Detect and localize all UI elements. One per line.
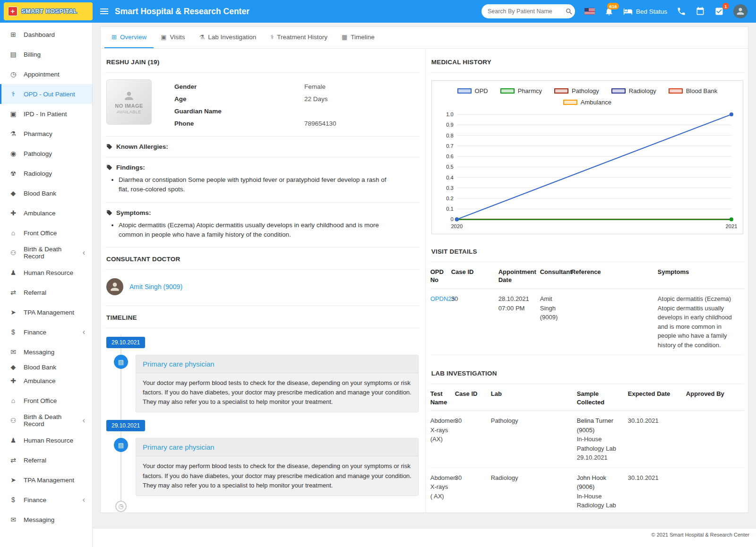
sidebar-item-label: Messaging <box>24 349 54 356</box>
sidebar-item-finance[interactable]: $ Finance ‹ <box>0 322 92 342</box>
timeline-card-title[interactable]: Primary care physician <box>136 355 418 373</box>
sidebar-item-label: Human Resource <box>24 269 73 276</box>
timeline-note-icon: ▤ <box>114 355 128 369</box>
user-avatar[interactable] <box>733 4 747 18</box>
patient-field-row: Guardian Name <box>174 105 419 117</box>
sidebar-item-dashboard[interactable]: ⊞ Dashboard <box>0 25 92 44</box>
sidebar-item-human-resource-2[interactable]: ♟ Human Resource <box>0 430 92 450</box>
sidebar-item-tpa-management[interactable]: ➤ TPA Management <box>0 302 92 322</box>
symptom-item: Atopic dermatitis (Eczema) Atopic dermat… <box>119 221 393 240</box>
sidebar-item-label: Ambulance <box>24 377 56 385</box>
finance-icon: $ <box>9 496 18 504</box>
legend-label: Blood Bank <box>686 87 718 94</box>
whatsapp-button[interactable] <box>677 7 686 16</box>
sidebar-item-front-office[interactable]: ⌂ Front Office <box>0 223 92 243</box>
tab-treatment-history[interactable]: ⚕ Treatment History <box>263 27 335 48</box>
symptoms-block: Symptoms: Atopic dermatitis (Eczema) Ato… <box>105 203 420 248</box>
visit-column-header: OPD No <box>430 263 451 289</box>
check-square-icon <box>714 7 724 16</box>
menu-toggle-button[interactable] <box>100 9 108 14</box>
sidebar-item-referral[interactable]: ⇄ Referral <box>0 282 92 302</box>
tpa-icon: ➤ <box>9 308 18 316</box>
sidebar-item-finance-2[interactable]: $ Finance ‹ <box>0 490 92 510</box>
birth-death-icon: ⚇ <box>9 417 18 424</box>
whatsapp-phone-icon <box>677 7 686 16</box>
sidebar-item-appointment[interactable]: ◷ Appointment <box>0 64 92 84</box>
sidebar-item-birth-death-record[interactable]: ⚇ Birth & Death Record ‹ <box>0 243 92 263</box>
legend-swatch <box>611 88 626 94</box>
front-office-icon: ⌂ <box>9 397 18 404</box>
legend-swatch <box>563 100 577 105</box>
sidebar-item-ipd-in-patient[interactable]: ▣ IPD - In Patient <box>0 104 92 124</box>
legend-item: Pathology <box>554 87 599 94</box>
timeline-entry: 29.10.2021 ▤ Primary care physician Your… <box>105 412 420 496</box>
tasks-button[interactable]: 1 <box>714 7 724 16</box>
sidebar-item-human-resource[interactable]: ♟ Human Resource <box>0 263 92 282</box>
search-input[interactable] <box>488 8 565 15</box>
medical-history-chart: OPD Pharmcy <box>431 80 743 234</box>
search-icon <box>565 8 573 16</box>
appointment-icon: ◷ <box>9 70 18 78</box>
sidebar-item-front-office-2[interactable]: ⌂ Front Office <box>0 391 92 410</box>
bed-status-label: Bed Status <box>636 8 667 15</box>
lab-investigation-table: Test NameCase IDLabSample CollectedExpec… <box>430 385 744 513</box>
language-flag-icon[interactable] <box>584 8 595 15</box>
sample-collected-by: John Hook (9006) <box>577 473 624 492</box>
visit-row: OPDN25 30 28.10.2021 07:00 PM Amit Singh… <box>430 289 744 355</box>
lab-column-header: Approved By <box>686 385 744 411</box>
svg-text:0.1: 0.1 <box>446 206 454 212</box>
sidebar-item-pathology[interactable]: ◉ Pathology <box>0 144 92 163</box>
referral-icon: ⇄ <box>9 456 18 464</box>
sidebar-item-pharmacy[interactable]: ⚗ Pharmacy <box>0 124 92 144</box>
sidebar-item-label: Front Office <box>24 397 57 404</box>
timeline-calendar-icon: ▦ <box>342 34 347 41</box>
tab-lab-investigation[interactable]: ⚗ Lab Investigation <box>192 27 263 48</box>
patient-field-row: Age 22 Days <box>174 93 419 105</box>
search-button[interactable] <box>565 8 573 16</box>
page-footer: © 2021 Smart Hospital & Research Center <box>93 528 756 547</box>
human-resource-icon: ♟ <box>9 269 18 276</box>
timeline-card-title[interactable]: Primary care physician <box>136 438 418 456</box>
sidebar-item-label: Finance <box>24 329 46 336</box>
patient-overview-card: ⊞ Overview ▣ Visits ⚗ Lab Investigation <box>100 26 748 513</box>
sample-collected-date: 29.10.2021 <box>577 453 624 462</box>
bed-status-button[interactable]: Bed Status <box>623 7 667 16</box>
medical-history-heading: MEDICAL HISTORY <box>430 51 744 73</box>
tab-visits[interactable]: ▣ Visits <box>154 27 192 48</box>
sidebar-item-label: Messaging <box>24 516 54 523</box>
app-logo[interactable]: + SMART HOSPITAL <box>4 2 93 20</box>
visit-column-header: Case ID <box>451 263 498 289</box>
sidebar-item-label: Referral <box>24 289 46 296</box>
sidebar-item-blood-bank-2[interactable]: ◆ Blood Bank <box>0 362 92 371</box>
sidebar-item-radiology[interactable]: ☢ Radiology <box>0 163 92 183</box>
sidebar-item-tpa-management-2[interactable]: ➤ TPA Management <box>0 470 92 490</box>
findings-label: Findings: <box>116 164 145 171</box>
sidebar-item-opd-out-patient[interactable]: ⚕ OPD - Out Patient <box>0 84 92 104</box>
lab-case-id: 30 <box>455 468 491 513</box>
calendar-button[interactable] <box>696 7 705 16</box>
sidebar: ⊞ Dashboard ▤ Billing ◷ Appointment <box>0 23 93 547</box>
patient-summary-column: RESHU JAIN (19) NO IMAGE AVAILABLE <box>101 49 426 513</box>
svg-text:0.4: 0.4 <box>446 175 454 180</box>
sidebar-item-billing[interactable]: ▤ Billing <box>0 44 92 64</box>
sidebar-item-ambulance-2[interactable]: ✚ Ambulance <box>0 371 92 391</box>
medical-details-column: MEDICAL HISTORY OPD <box>426 49 748 513</box>
dashboard-icon: ⊞ <box>9 31 18 38</box>
tab-overview[interactable]: ⊞ Overview <box>104 27 154 48</box>
sidebar-item-messaging[interactable]: ✉ Messaging <box>0 342 92 362</box>
tab-timeline[interactable]: ▦ Timeline <box>335 27 382 48</box>
sidebar-item-label: Radiology <box>24 170 52 177</box>
svg-text:2021: 2021 <box>725 223 737 229</box>
blood-bank-icon: ◆ <box>9 189 18 197</box>
tab-label: Treatment History <box>277 34 327 41</box>
sidebar-item-referral-2[interactable]: ⇄ Referral <box>0 450 92 470</box>
consultant-doctor-link[interactable]: Amit Singh (9009) <box>129 283 182 291</box>
visit-column-header: Reference <box>571 263 658 289</box>
sidebar-item-messaging-2[interactable]: ✉ Messaging <box>0 510 92 530</box>
timeline-note-icon: ▤ <box>114 438 128 452</box>
sidebar-item-ambulance[interactable]: ✚ Ambulance <box>0 203 92 223</box>
sidebar-item-blood-bank[interactable]: ◆ Blood Bank <box>0 183 92 203</box>
sidebar-item-birth-death-record-2[interactable]: ⚇ Birth & Death Record ‹ <box>0 410 92 430</box>
notifications-button[interactable]: 616 <box>604 7 614 16</box>
finance-icon: $ <box>9 328 18 336</box>
